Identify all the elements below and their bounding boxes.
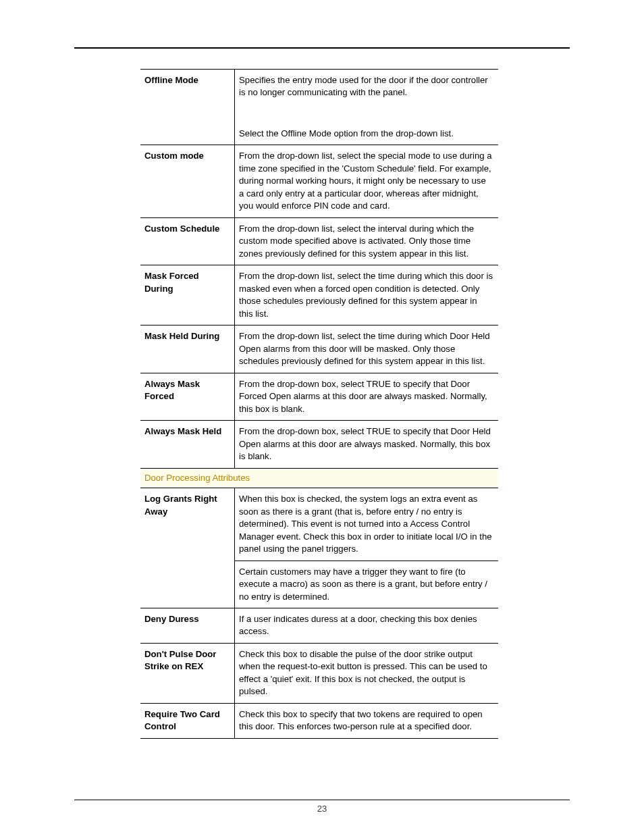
attr-label: Require Two Card Control [140,703,235,738]
attr-label: Mask Forced During [140,265,235,325]
section-header: Door Processing Attributes [140,468,498,488]
page: Offline ModeSpecifies the entry mode use… [0,0,644,834]
top-rule [74,47,570,49]
attr-desc: If a user indicates duress at a door, ch… [235,608,499,643]
attr-desc: From the drop-down list, select the time… [235,265,499,325]
attr-desc: When this box is checked, the system log… [235,488,499,561]
attr-label: Mask Held During [140,325,235,373]
attr-label: Offline Mode [140,70,235,145]
attr-desc: Certain customers may have a trigger the… [235,561,499,608]
attr-label: Deny Duress [140,608,235,643]
attr-label: Log Grants Right Away [140,488,235,608]
attr-desc: From the drop-down list, select the time… [235,325,499,373]
attr-desc: From the drop-down box, select TRUE to s… [235,421,499,468]
attr-label: Custom Schedule [140,217,235,265]
attr-label: Don't Pulse Door Strike on REX [140,643,235,703]
attr-label: Always Mask Held [140,421,235,468]
attr-desc: Check this box to disable the pulse of t… [235,643,499,703]
page-number: 23 [0,804,644,814]
attr-label: Custom mode [140,145,235,217]
attributes-table: Offline ModeSpecifies the entry mode use… [140,69,498,739]
attr-desc: Specifies the entry mode used for the do… [235,70,499,145]
attr-desc: From the drop-down box, select TRUE to s… [235,373,499,420]
bottom-rule [74,800,570,800]
attr-desc: Check this box to specify that two token… [235,703,499,738]
attr-desc: From the drop-down list, select the inte… [235,217,499,265]
attr-label: Always Mask Forced [140,373,235,420]
attr-desc: From the drop-down list, select the spec… [235,145,499,217]
